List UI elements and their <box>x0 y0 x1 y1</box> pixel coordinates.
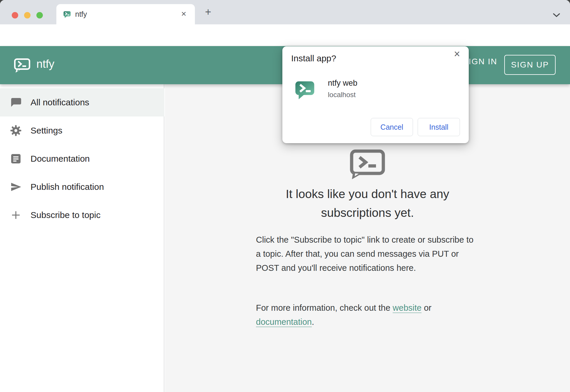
more-info-prefix: For more information, check out the <box>256 303 393 312</box>
sidebar-item-publish-notification[interactable]: Publish notification <box>0 173 164 201</box>
window-zoom-button[interactable] <box>36 12 43 18</box>
plus-icon <box>10 209 22 221</box>
paper-plane-icon <box>10 181 22 193</box>
browser-tab[interactable]: ntfy × <box>56 4 195 24</box>
dialog-app-name: ntfy web <box>328 79 357 88</box>
sidebar-item-label: Publish notification <box>31 182 104 192</box>
browser-toolbar: localhost <box>0 24 570 46</box>
dialog-app-texts: ntfy web localhost <box>328 78 357 101</box>
dialog-buttons: Cancel Install <box>371 118 460 136</box>
more-info-suffix: . <box>312 317 314 327</box>
sidebar-item-label: All notifications <box>31 97 89 107</box>
more-info-middle: or <box>421 303 431 312</box>
documentation-link[interactable]: documentation <box>256 317 312 327</box>
empty-state-title: It looks like you don't have any subscri… <box>165 185 570 222</box>
app-title: ntfy <box>36 58 54 70</box>
dialog-close-icon[interactable]: × <box>451 48 463 60</box>
dialog-app-row: ntfy web localhost <box>294 78 357 101</box>
new-tab-button[interactable]: + <box>201 6 215 19</box>
window-minimize-button[interactable] <box>24 12 31 18</box>
sidebar-item-label: Documentation <box>31 154 90 164</box>
ntfy-favicon-icon <box>63 10 71 18</box>
window-close-button[interactable] <box>12 12 18 18</box>
install-app-dialog: Install app? × ntfy web localhost Cancel… <box>282 46 469 143</box>
tab-close-icon[interactable]: × <box>178 8 190 20</box>
browser-window: ntfy × + localhost <box>0 0 570 392</box>
chat-bubble-icon <box>10 97 22 108</box>
article-icon <box>10 153 22 165</box>
sidebar: All notifications Settings <box>0 84 164 392</box>
sidebar-item-settings[interactable]: Settings <box>0 116 164 145</box>
tab-strip: ntfy × + <box>0 0 570 24</box>
sidebar-item-subscribe-to-topic[interactable]: Subscribe to topic <box>0 201 164 229</box>
empty-state-paragraph: Click the "Subscribe to topic" link to c… <box>256 233 479 275</box>
sidebar-item-documentation[interactable]: Documentation <box>0 145 164 173</box>
cancel-button[interactable]: Cancel <box>371 118 413 136</box>
more-info-paragraph: For more information, check out the webs… <box>256 301 479 329</box>
ntfy-logo-icon <box>14 58 31 73</box>
website-link[interactable]: website <box>393 303 421 312</box>
ntfy-empty-state-icon <box>349 149 386 180</box>
ntfy-app-icon <box>294 78 316 101</box>
gear-icon <box>10 125 22 136</box>
sign-up-button[interactable]: SIGN UP <box>504 55 556 75</box>
traffic-lights <box>12 12 43 18</box>
sidebar-item-label: Subscribe to topic <box>31 210 100 220</box>
sidebar-item-all-notifications[interactable]: All notifications <box>0 88 164 116</box>
install-button[interactable]: Install <box>418 118 460 136</box>
tab-title: ntfy <box>75 4 87 24</box>
chevron-down-icon[interactable] <box>553 13 560 17</box>
sidebar-item-label: Settings <box>31 126 62 136</box>
dialog-app-origin: localhost <box>328 91 357 99</box>
dialog-title: Install app? <box>291 53 336 63</box>
